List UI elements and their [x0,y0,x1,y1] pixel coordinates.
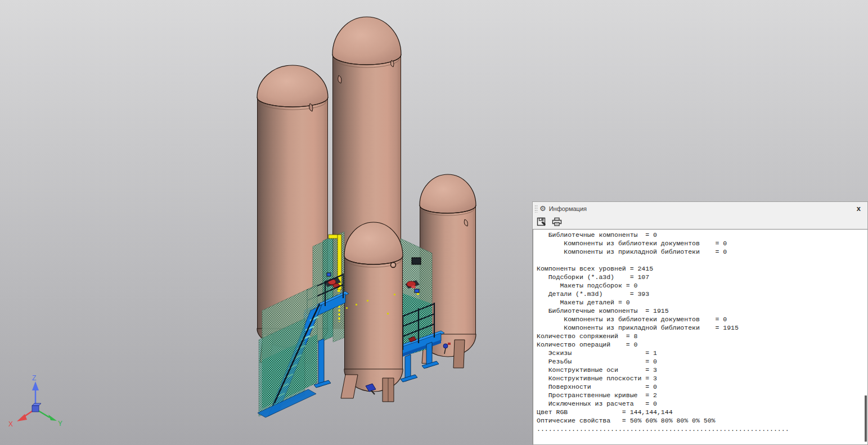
platform-leg [318,339,324,387]
vertical-scrollbar[interactable] [864,230,867,444]
info-report-text: Библиотечные компоненты = 0 Компоненты и… [533,230,867,433]
panel-title: Информация [549,205,587,212]
save-button[interactable] [536,217,546,227]
axes-triad: Z X Y [8,374,62,428]
nozzle-ring [391,263,396,268]
tank-front[interactable] [341,222,403,402]
axes-origin-cube [32,406,39,412]
panel-toolbar [533,215,867,228]
tank-leg [453,340,465,368]
print-button[interactable] [552,217,562,227]
close-button[interactable]: x [852,204,865,213]
drag-grip-icon[interactable] [534,204,538,213]
panel-header[interactable]: ⚙ Информация x [533,202,867,215]
x-axis-label: X [8,420,13,428]
scrollbar-thumb[interactable] [865,395,867,442]
y-axis-arrow [48,415,57,421]
drain-valve [443,344,448,348]
panel-content: Библиотечные компоненты = 0 Компоненты и… [533,229,867,444]
valve-handle [448,343,451,345]
info-panel: ⚙ Информация x Библиотечные компоненты =… [532,201,868,445]
gear-icon[interactable]: ⚙ [539,205,546,212]
save-floppy-icon [537,217,546,227]
z-axis-arrow [32,381,39,390]
tank-leg [341,375,358,398]
z-axis-label: Z [32,374,36,382]
y-axis-label: Y [58,420,62,428]
printer-icon [552,217,562,227]
